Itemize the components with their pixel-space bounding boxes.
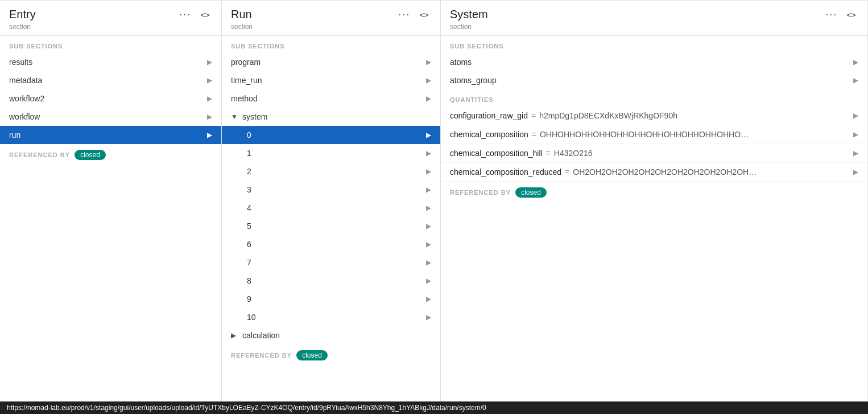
entry-results-item[interactable]: results ▶ <box>0 53 221 71</box>
entry-metadata-item[interactable]: metadata ▶ <box>0 71 221 89</box>
run-system-7-item[interactable]: 7 ▶ <box>222 253 440 272</box>
run-system-3-item[interactable]: 3 ▶ <box>222 181 440 199</box>
run-header-actions: ··· <> <box>396 7 431 22</box>
entry-panel-body: SUB SECTIONS results ▶ metadata ▶ workfl… <box>0 36 221 414</box>
entry-results-arrow: ▶ <box>207 58 212 66</box>
entry-code-btn[interactable]: <> <box>198 9 212 21</box>
entry-workflow-item[interactable]: workflow ▶ <box>0 108 221 126</box>
status-url: https://nomad-lab.eu/prod/v1/staging/gui… <box>7 404 486 412</box>
run-timerun-arrow: ▶ <box>426 76 431 84</box>
entry-subtitle: section <box>9 23 212 31</box>
run-system-10-arrow: ▶ <box>426 313 431 321</box>
entry-subsections-label: SUB SECTIONS <box>0 36 221 53</box>
system-code-btn[interactable]: <> <box>844 9 858 21</box>
entry-panel-header: Entry ··· <> section <box>0 1 221 36</box>
run-panel: Run ··· <> section SUB SECTIONS program … <box>222 1 441 414</box>
entry-run-arrow: ▶ <box>207 131 212 139</box>
run-system-8-item[interactable]: 8 ▶ <box>222 272 440 290</box>
system-atoms-item[interactable]: atoms ▶ <box>441 53 867 71</box>
run-panel-header: Run ··· <> section <box>222 1 440 36</box>
system-subtitle: section <box>450 23 858 31</box>
run-system-9-item[interactable]: 9 ▶ <box>222 290 440 308</box>
quantity-chemical-composition-hill[interactable]: chemical_composition_hill = H432O216 ▶ <box>441 144 867 163</box>
status-bar: https://nomad-lab.eu/prod/v1/staging/gui… <box>0 401 868 414</box>
run-system-1-item[interactable]: 1 ▶ <box>222 144 440 162</box>
entry-title: Entry <box>9 8 36 21</box>
run-dots-menu[interactable]: ··· <box>396 7 412 22</box>
quantity-chem-hill-arrow: ▶ <box>853 149 858 157</box>
run-closed-badge[interactable]: closed <box>296 350 328 360</box>
run-referenced-by: REFERENCED BY closed <box>222 345 440 366</box>
quantity-chemical-composition-reduced[interactable]: chemical_composition_reduced = OH2OH2OH2… <box>441 163 867 182</box>
run-system-2-item[interactable]: 2 ▶ <box>222 162 440 181</box>
entry-metadata-arrow: ▶ <box>207 76 212 84</box>
system-title: System <box>450 8 488 21</box>
entry-referenced-by: REFERENCED BY closed <box>0 144 221 166</box>
run-system-2-arrow: ▶ <box>426 167 431 175</box>
run-system-5-item[interactable]: 5 ▶ <box>222 217 440 235</box>
system-referenced-by: REFERENCED BY closed <box>441 182 867 203</box>
quantity-config-arrow: ▶ <box>853 112 858 120</box>
system-atoms-group-arrow: ▶ <box>853 76 858 84</box>
run-system-item[interactable]: ▼ system <box>222 108 440 126</box>
system-subsections-label: SUB SECTIONS <box>441 36 867 53</box>
system-header-actions: ··· <> <box>823 7 858 22</box>
run-program-item[interactable]: program ▶ <box>222 53 440 71</box>
system-panel: System ··· <> section SUB SECTIONS atoms… <box>441 1 868 414</box>
run-title: Run <box>231 8 252 21</box>
run-subsections-label: SUB SECTIONS <box>222 36 440 53</box>
system-panel-header: System ··· <> section <box>441 1 867 36</box>
entry-workflow2-arrow: ▶ <box>207 95 212 103</box>
run-subtitle: section <box>231 23 431 31</box>
entry-header-actions: ··· <> <box>177 7 212 22</box>
quantity-chemical-composition[interactable]: chemical_composition = OHHOHHOHHOHHOHHOH… <box>441 125 867 144</box>
run-calculation-expand-icon: ▶ <box>231 331 239 339</box>
quantity-chem-comp-arrow: ▶ <box>853 130 858 138</box>
run-system-8-arrow: ▶ <box>426 277 431 285</box>
system-panel-body: SUB SECTIONS atoms ▶ atoms_group ▶ QUANT… <box>441 36 867 414</box>
entry-dots-menu[interactable]: ··· <box>177 7 193 22</box>
run-system-6-arrow: ▶ <box>426 240 431 248</box>
run-system-10-item[interactable]: 10 ▶ <box>222 308 440 326</box>
system-quantities-label: QUANTITIES <box>441 89 867 106</box>
entry-closed-badge[interactable]: closed <box>75 150 106 160</box>
run-method-item[interactable]: method ▶ <box>222 89 440 108</box>
quantity-chem-reduced-arrow: ▶ <box>853 168 858 176</box>
run-system-0-arrow: ▶ <box>426 131 431 139</box>
system-atoms-group-item[interactable]: atoms_group ▶ <box>441 71 867 89</box>
quantity-config-raw-gid[interactable]: configuration_raw_gid = h2mpDg1pD8ECXdKx… <box>441 106 867 125</box>
run-system-7-arrow: ▶ <box>426 259 431 267</box>
run-program-arrow: ▶ <box>426 58 431 66</box>
run-system-4-arrow: ▶ <box>426 204 431 212</box>
run-system-expand-icon: ▼ <box>231 113 239 121</box>
run-system-5-arrow: ▶ <box>426 222 431 230</box>
run-method-arrow: ▶ <box>426 95 431 103</box>
run-calculation-item[interactable]: ▶ calculation <box>222 326 440 345</box>
run-system-9-arrow: ▶ <box>426 295 431 303</box>
run-system-4-item[interactable]: 4 ▶ <box>222 199 440 217</box>
run-system-1-arrow: ▶ <box>426 149 431 157</box>
run-panel-body: SUB SECTIONS program ▶ time_run ▶ method… <box>222 36 440 414</box>
run-timerun-item[interactable]: time_run ▶ <box>222 71 440 89</box>
run-system-0-item[interactable]: 0 ▶ <box>222 126 440 144</box>
run-code-btn[interactable]: <> <box>417 9 431 21</box>
system-atoms-arrow: ▶ <box>853 58 858 66</box>
run-system-6-item[interactable]: 6 ▶ <box>222 235 440 253</box>
entry-workflow-arrow: ▶ <box>207 113 212 121</box>
entry-run-item[interactable]: run ▶ <box>0 126 221 144</box>
entry-panel: Entry ··· <> section SUB SECTIONS result… <box>0 1 222 414</box>
run-system-3-arrow: ▶ <box>426 186 431 194</box>
entry-workflow2-item[interactable]: workflow2 ▶ <box>0 89 221 108</box>
system-closed-badge[interactable]: closed <box>515 187 547 198</box>
system-dots-menu[interactable]: ··· <box>823 7 840 22</box>
